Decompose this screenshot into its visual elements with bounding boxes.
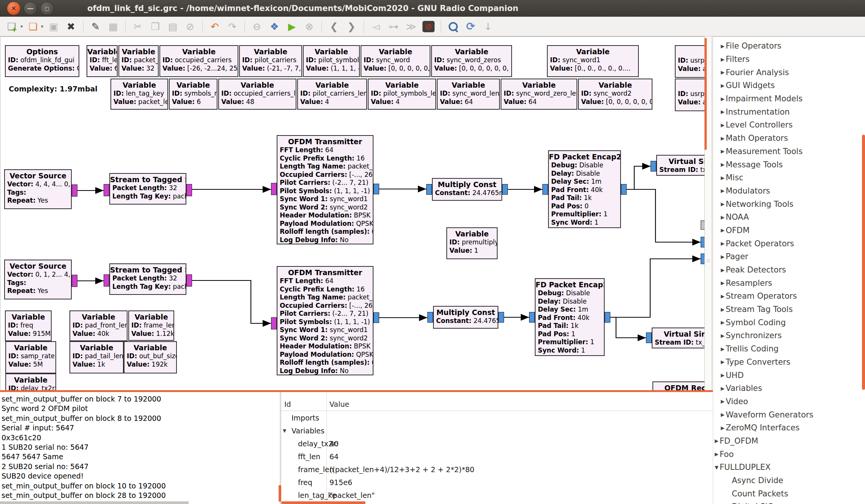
variable-samp-rate[interactable]: VariableID: samp_rateValue: 5M (5, 341, 56, 373)
variable-out-buf-size[interactable]: VariableID: out_buf_sizeValue: 192k (124, 341, 177, 373)
forward-button[interactable]: ❯ (344, 19, 359, 34)
in-port[interactable] (271, 317, 277, 329)
kill-button[interactable]: ⊗ (302, 19, 317, 34)
library-item-uhd[interactable]: ▶UHD (713, 369, 865, 382)
library-item-misc[interactable]: ▶Misc (713, 171, 865, 184)
library-item-stream-tag-tools[interactable]: ▶Stream Tag Tools (713, 303, 865, 316)
redo-button[interactable]: ↷ (225, 19, 239, 34)
inspector-row[interactable]: fft_len64 (281, 450, 713, 463)
variable-sync-word-len[interactable]: VariableID: sync_word_lenValue: 64 (437, 79, 500, 110)
execute-button[interactable]: ▶ (285, 19, 299, 34)
canvas-scrollbar-thumb[interactable] (704, 38, 707, 150)
library-item-instrumentation[interactable]: ▶Instrumentation (713, 105, 865, 118)
tree-expand-icon[interactable]: ▼ (283, 428, 286, 433)
bug-report-button[interactable]: ⊘ (421, 19, 436, 34)
hidden-block-port-gray[interactable] (701, 220, 704, 230)
multiply-const-2[interactable]: Multiply ConstConstant: 24.4765m (433, 306, 498, 329)
console-scrollbar-thumb[interactable] (279, 485, 281, 502)
variable-freq[interactable]: VariableID: freqValue: 915M (5, 310, 52, 341)
errors-button[interactable]: ⊖ (250, 19, 264, 34)
edit-button[interactable]: ✎ (88, 19, 103, 34)
inspector-row[interactable]: delay_tx2r:40 (281, 438, 713, 450)
inspector-hscrollbar-thumb[interactable] (281, 501, 366, 504)
library-item-variables[interactable]: ▶Variables (713, 382, 865, 395)
variable-sync-word1[interactable]: VariableID: sync_word1Value: [0., 0., 0.… (547, 45, 639, 77)
library-item-packet-operators[interactable]: ▶Packet Operators (713, 237, 865, 250)
library-item-message-tools[interactable]: ▶Message Tools (713, 158, 865, 171)
dropdown-caret-icon[interactable]: ▾ (39, 19, 45, 34)
variable-occupied-carriers[interactable]: VariableID: occupied_carriersValue: [-26… (159, 45, 238, 77)
dropdown-caret-icon[interactable]: ▾ (19, 19, 24, 34)
in-port[interactable] (427, 312, 433, 323)
out-port[interactable] (72, 184, 77, 197)
variable-premultiply[interactable]: VariableID: premultiplyValue: 1 (446, 227, 498, 259)
variable-symbols-num[interactable]: VariableID: symbols_numValue: 6 (169, 79, 217, 110)
cut-button[interactable]: ✂ (131, 19, 145, 34)
library-item-video[interactable]: ▶Video (713, 395, 865, 408)
variable-frame-len[interactable]: VariableID: frame_lenValue: 1.12k (128, 310, 174, 341)
library-item-synchronizers[interactable]: ▶Synchronizers (713, 329, 865, 342)
variable-sync-word2[interactable]: VariableID: sync_word2Value: [0, 0, 0, 0… (578, 79, 652, 110)
fd-packet-encap2-1[interactable]: FD Packet Encap2Debug: DisableDelay: Dis… (548, 150, 621, 228)
library-item-count-packets[interactable]: Count Packets (713, 487, 865, 500)
variable-pilot-carriers-len[interactable]: VariableID: pilot_carriers_lenValue: 4 (297, 79, 367, 110)
library-item-file-operators[interactable]: ▶File Operators (713, 39, 865, 53)
variable-pilot-symbols[interactable]: VariableID: pilot_symbolsValue: (1, 1, 1… (303, 45, 360, 77)
generate-button[interactable]: ❖ (267, 19, 282, 34)
out-port[interactable] (498, 312, 504, 323)
library-item-trellis-coding[interactable]: ▶Trellis Coding (713, 342, 865, 356)
library-item-math-operators[interactable]: ▶Math Operators (713, 132, 865, 145)
inspector-row[interactable]: ▼Variables (281, 425, 713, 438)
copy-button[interactable]: ❐ (148, 19, 162, 34)
variable-pilot-symbols-len[interactable]: VariableID: pilot_symbols_lenValue: 4 (368, 79, 436, 110)
library-item-resamplers[interactable]: ▶Resamplers (713, 276, 865, 290)
stream-to-tagged-stream-2[interactable]: Stream to Tagged StreamPacket Length: 32… (109, 263, 186, 295)
variable-occupied-carriers-len[interactable]: VariableID: occupied_carriers_lenValue: … (218, 79, 296, 110)
library-scrollbar-thumb[interactable] (862, 135, 865, 390)
hidden-block-port-in2[interactable] (701, 254, 704, 264)
variable-len-tag-key[interactable]: VariableID: len_tag_keyValue: packet_len (110, 79, 168, 110)
variable-sync-word-zeros[interactable]: VariableID: sync_word_zerosValue: [0, 0,… (431, 45, 512, 77)
close-tab-button[interactable]: ✖ (64, 19, 78, 34)
delete-button[interactable]: ⊘ (183, 19, 197, 34)
library-item-fullduplex[interactable]: ▼FULLDUPLEX (713, 461, 865, 474)
variable-delay-tx2rx[interactable]: VariableID: delay_tx2rx (5, 373, 56, 390)
variable-pad-front-len[interactable]: VariableID: pad_front_lenValue: 40k (69, 310, 128, 341)
vector-source-2[interactable]: Vector SourceVector: 0, 1, 2... 4, 3, 2,… (4, 260, 72, 299)
library-item-peak-detectors[interactable]: ▶Peak Detectors (713, 263, 865, 277)
in-port[interactable] (651, 161, 656, 172)
virtual-sink-2[interactable]: Virtual SinStream ID: tx_st (652, 328, 704, 348)
out-port[interactable] (502, 184, 508, 195)
find-block-button[interactable] (446, 19, 460, 34)
undo-button[interactable]: ↶ (208, 19, 222, 34)
down-button[interactable]: ↓ (481, 19, 495, 34)
out-port[interactable] (186, 184, 192, 196)
inspector-row[interactable]: len_tag_ke"packet_len" (281, 489, 713, 502)
out-port[interactable] (186, 274, 192, 287)
library-item-symbol-coding[interactable]: ▶Symbol Coding (713, 316, 865, 329)
in-port[interactable] (104, 184, 109, 196)
maximize-window-button[interactable]: ▢ (40, 2, 54, 15)
in-port[interactable] (646, 332, 652, 343)
connection-wire[interactable] (610, 259, 701, 317)
connection-wire[interactable] (192, 280, 271, 323)
screen-capture-button[interactable]: ▦ (106, 19, 120, 34)
library-item-impairment-models[interactable]: ▶Impairment Models (713, 92, 865, 106)
variable-pad-tail-len[interactable]: VariableID: pad_tail_lenValue: 1k (69, 341, 124, 373)
library-item-modulators[interactable]: ▶Modulators (713, 184, 865, 198)
library-item-noaa[interactable]: ▶NOAA (713, 211, 865, 224)
library-item-filters[interactable]: ▶Filters (713, 53, 865, 66)
library-item-foo[interactable]: ▶Foo (713, 447, 865, 461)
variable-pilot-carriers[interactable]: VariableID: pilot_carriersValue: (-21, -… (239, 45, 302, 77)
library-item-waveform-generators[interactable]: ▶Waveform Generators (713, 408, 865, 421)
variable-packet-len[interactable]: VariableID: packet_lenValue: 32 (118, 45, 159, 77)
virtual-sink-1[interactable]: Virtual SiStream ID: tx_s (656, 155, 704, 176)
library-item-gui-widgets[interactable]: ▶GUI Widgets (713, 79, 865, 92)
inspector-row[interactable]: Imports (281, 412, 713, 425)
minimize-window-button[interactable]: — (24, 2, 37, 15)
ofdm-transmitter-2[interactable]: OFDM TransmitterFFT Length: 64Cyclic Pre… (277, 266, 373, 375)
save-button[interactable]: ▣ (46, 19, 61, 34)
in-port[interactable] (529, 312, 535, 323)
in-port[interactable] (104, 274, 109, 287)
out-port[interactable] (373, 184, 379, 194)
